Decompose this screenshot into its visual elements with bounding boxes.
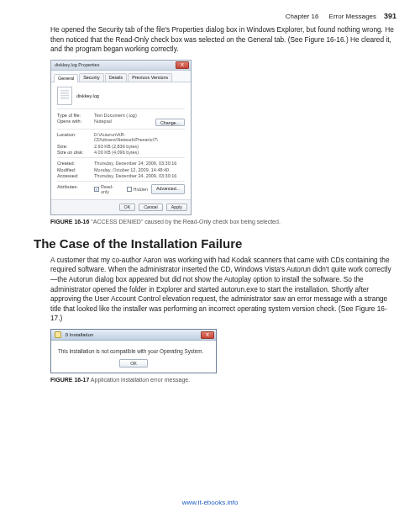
readonly-checkbox[interactable]: ✓Read-only — [94, 184, 122, 194]
caption-label: FIGURE 16-17 — [50, 377, 89, 383]
size-label: Size: — [57, 144, 91, 149]
footer-link[interactable]: www.it-ebooks.info — [182, 499, 239, 506]
type-value: Text Document (.log) — [94, 113, 185, 118]
properties-titlebar: diskkey.log Properties X — [51, 61, 191, 71]
close-icon[interactable]: X — [176, 61, 189, 69]
type-label: Type of file: — [57, 113, 91, 118]
properties-title: diskkey.log Properties — [55, 62, 99, 67]
topic-label: Error Messages — [329, 13, 376, 20]
figure-16-17-caption: FIGURE 16-17 Application installation er… — [50, 377, 420, 383]
readonly-label: Read-only — [101, 184, 122, 194]
close-icon[interactable]: X — [201, 331, 214, 339]
figure-16-17: 0 Installation X This installation is no… — [50, 329, 420, 373]
tab-details[interactable]: Details — [105, 73, 127, 82]
tab-general[interactable]: General — [54, 74, 78, 82]
size-on-disk-value: 4.00 KB (4,096 bytes) — [94, 150, 185, 155]
opens-with-label: Opens with: — [57, 119, 91, 126]
cancel-button[interactable]: Cancel — [139, 204, 163, 211]
installation-title: 0 Installation — [66, 332, 94, 337]
size-value: 2.93 KB (2,836 bytes) — [94, 144, 185, 149]
opens-with-value: Notepad — [94, 119, 152, 126]
properties-footer: OK Cancel Apply — [51, 199, 191, 214]
modified-label: Modified: — [57, 167, 91, 172]
section-heading: The Case of the Installation Failure — [34, 236, 420, 251]
properties-dialog: diskkey.log Properties X General Securit… — [50, 60, 192, 215]
caption-text: "ACCESS DENIED" caused by the Read-Only … — [91, 219, 281, 225]
attributes-label: Attributes: — [57, 184, 91, 194]
modified-value: Monday, October 12, 2009, 14:48:40 — [94, 167, 185, 172]
caption-label: FIGURE 16-16 — [50, 219, 89, 225]
properties-tabs: General Security Details Previous Versio… — [51, 71, 191, 82]
installer-icon — [55, 331, 61, 338]
filename-field: diskkey.log — [76, 93, 99, 98]
tab-security[interactable]: Security — [79, 73, 103, 82]
ok-button[interactable]: OK — [119, 359, 148, 368]
chapter-label: Chapter 16 — [286, 13, 319, 20]
page-header: Chapter 16 Error Messages 391 — [0, 0, 420, 25]
intro-paragraph: He opened the Security tab of the file's… — [0, 25, 420, 55]
size-on-disk-label: Size on disk: — [57, 150, 91, 155]
change-button[interactable]: Change... — [155, 119, 185, 126]
page-number: 391 — [384, 12, 396, 20]
hidden-checkbox[interactable]: Hidden — [127, 187, 148, 192]
accessed-value: Thursday, December 24, 2009, 03:30:16 — [94, 173, 185, 178]
properties-body: diskkey.log Type of file:Text Document (… — [51, 82, 191, 199]
location-value: D:\Autorun\AR-CD\drivers\Network\Presari… — [94, 132, 185, 142]
installation-titlebar: 0 Installation X — [51, 330, 216, 341]
caption-text: Application installation error message. — [91, 377, 190, 383]
installation-dialog: 0 Installation X This installation is no… — [50, 329, 217, 373]
created-label: Created: — [57, 161, 91, 166]
document-icon — [57, 87, 72, 105]
figure-16-16-caption: FIGURE 16-16 "ACCESS DENIED" caused by t… — [50, 219, 420, 225]
main-paragraph: A customer that my co-author Aaron was w… — [0, 256, 420, 324]
accessed-label: Accessed: — [57, 173, 91, 178]
figure-16-16: diskkey.log Properties X General Securit… — [50, 60, 420, 215]
hidden-label: Hidden — [134, 187, 148, 192]
created-value: Thursday, December 24, 2009, 03:30:16 — [94, 161, 185, 166]
tab-previous-versions[interactable]: Previous Versions — [128, 73, 172, 82]
apply-button[interactable]: Apply — [166, 204, 187, 211]
footer: www.it-ebooks.info — [0, 499, 420, 506]
installation-message: This installation is not compatible with… — [51, 341, 216, 361]
location-label: Location: — [57, 132, 91, 142]
ok-button[interactable]: OK — [119, 204, 136, 211]
advanced-button[interactable]: Advanced... — [151, 184, 185, 194]
